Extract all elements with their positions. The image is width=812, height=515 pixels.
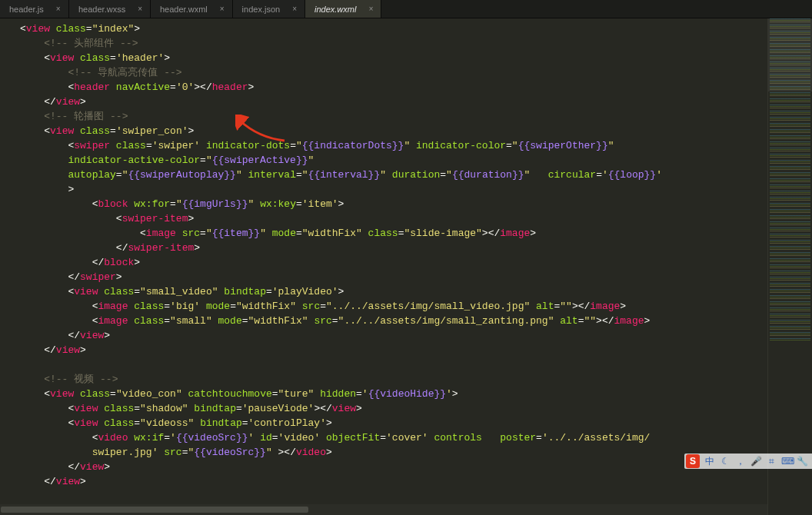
code-line: <view class='header'> <box>20 51 767 65</box>
tab-label: index.json <box>242 5 281 14</box>
close-icon[interactable]: × <box>367 5 374 13</box>
code-line: <view class="index"> <box>20 22 767 36</box>
code-line: <image class="small" mode="widthFix" src… <box>20 314 767 328</box>
code-line: <block wx:for="{{imgUrls}}" wx:key='item… <box>20 197 767 211</box>
code-line: <!-- 头部组件 --> <box>20 36 767 51</box>
close-icon[interactable]: × <box>218 5 226 13</box>
code-line: <image src="{{item}}" mode="widthFix" cl… <box>20 226 767 241</box>
code-line: autoplay="{{swiperAutoplay}}" interval="… <box>20 168 767 182</box>
code-line: <view class="videoss" bindtap='controlPl… <box>20 416 767 430</box>
code-line: </block> <box>20 255 767 270</box>
tab-label: header.wxml <box>160 5 208 14</box>
code-line: <image class='big' mode="widthFix" src="… <box>20 299 767 314</box>
code-line: <swiper-item> <box>20 211 767 226</box>
tab-index-wxml[interactable]: index.wxml× <box>305 0 381 18</box>
close-icon[interactable]: × <box>136 5 144 13</box>
close-icon[interactable]: × <box>291 5 298 13</box>
code-line: <view class='swiper_con'> <box>20 124 767 138</box>
code-line: </view> <box>20 343 767 357</box>
code-line: > <box>20 182 767 197</box>
minimap[interactable] <box>767 18 812 515</box>
tab-header-js[interactable]: header.js× <box>0 0 69 18</box>
ime-logo-icon[interactable]: S <box>686 454 700 468</box>
code-line: <view class="shadow" bindtap='pauseViode… <box>20 401 767 416</box>
code-line: </view> <box>20 460 767 474</box>
mic-icon[interactable]: 🎤 <box>750 456 761 467</box>
code-line: <swiper class='swiper' indicator-dots="{… <box>20 138 767 153</box>
tab-header-wxml[interactable]: header.wxml× <box>151 0 233 18</box>
comma-icon[interactable]: ， <box>735 455 746 468</box>
code-line: <video wx:if='{{videoSrc}}' id='video' o… <box>20 430 767 445</box>
code-line: indicator-active-color="{{swiperActive}}… <box>20 153 767 168</box>
grid-icon[interactable]: ⌗ <box>766 456 777 467</box>
code-line: <view class="small_video" bindtap='playV… <box>20 284 767 299</box>
code-line: </view> <box>20 95 767 109</box>
ime-toolbar[interactable]: S 中 ☾ ， 🎤 ⌗ ⌨ 🔧 <box>684 454 812 469</box>
code-line: </swiper-item> <box>20 241 767 255</box>
code-line: </swiper> <box>20 270 767 284</box>
tab-header-wxss[interactable]: header.wxss× <box>69 0 151 18</box>
close-icon[interactable]: × <box>55 5 62 13</box>
code-line: <view class="video_con" catchtouchmove="… <box>20 387 767 401</box>
code-line: </view> <box>20 474 767 489</box>
moon-icon[interactable]: ☾ <box>720 456 730 467</box>
code-line: <!-- 导航高亮传值 --> <box>20 65 767 80</box>
code-line: </view> <box>20 328 767 343</box>
ime-lang-button[interactable]: 中 <box>704 455 715 468</box>
code-line: <!-- 轮播图 --> <box>20 109 767 124</box>
wrench-icon[interactable]: 🔧 <box>797 456 807 467</box>
editor: 1234567891011121314151617181920212223242… <box>0 18 812 515</box>
tab-bar: header.js×header.wxss×header.wxml×index.… <box>0 0 812 18</box>
horizontal-scrollbar[interactable] <box>0 504 767 515</box>
code-line: <header navActive='0'></header> <box>20 80 767 95</box>
keyboard-icon[interactable]: ⌨ <box>781 456 792 467</box>
code-line: <!-- 视频 --> <box>20 372 767 387</box>
code-line <box>20 357 767 372</box>
tab-label: header.js <box>9 5 44 14</box>
code-area[interactable]: <view class="index"> <!-- 头部组件 --> <view… <box>14 18 767 515</box>
code-line: swiper.jpg' src="{{videoSrc}}" ></video> <box>20 445 767 460</box>
line-gutter: 1234567891011121314151617181920212223242… <box>0 18 14 515</box>
tab-label: index.wxml <box>314 5 356 14</box>
tab-label: header.wxss <box>78 5 125 14</box>
tab-index-json[interactable]: index.json× <box>233 0 305 18</box>
